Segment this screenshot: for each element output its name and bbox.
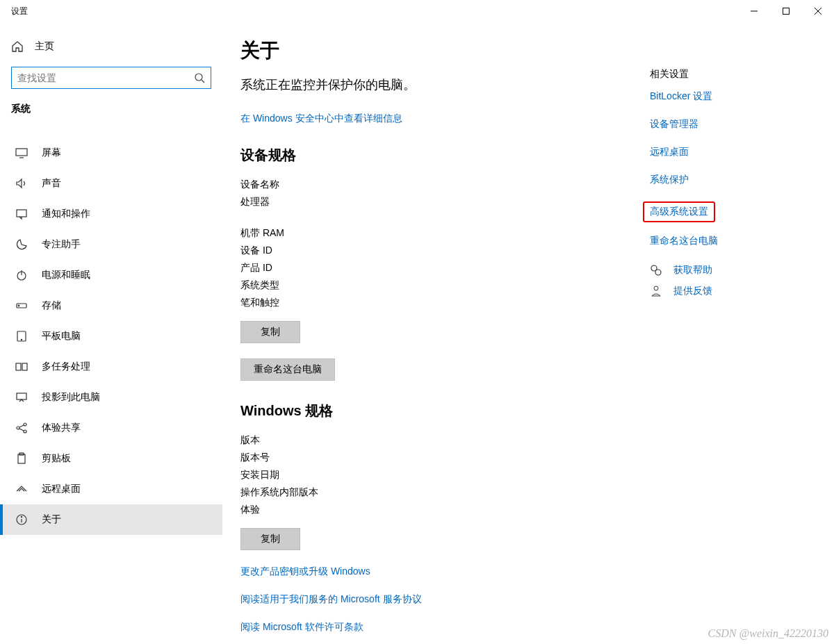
close-button[interactable] [802, 0, 834, 22]
svg-line-21 [19, 425, 24, 427]
service-agreement-link[interactable]: 阅读适用于我们服务的 Microsoft 服务协议 [240, 593, 806, 606]
nav-list: 屏幕 声音 通知和操作 专注助手 电源和睡眠 存储 [0, 138, 222, 535]
nav-label: 远程桌面 [42, 483, 81, 495]
maximize-button[interactable] [770, 0, 802, 22]
sidebar: 主页 系统 屏幕 声音 通知和操作 专注助手 [0, 22, 222, 644]
help-icon [650, 264, 662, 276]
nav-item-remote[interactable]: 远程桌面 [0, 474, 222, 504]
feedback-row[interactable]: 提供反馈 [650, 285, 803, 297]
nav-label: 体验共享 [42, 422, 81, 434]
nav-item-multitask[interactable]: 多任务处理 [0, 352, 222, 382]
about-icon [15, 513, 28, 526]
nav-item-storage[interactable]: 存储 [0, 290, 222, 321]
home-label: 主页 [35, 40, 54, 53]
svg-rect-6 [16, 149, 27, 156]
nav-label: 声音 [42, 177, 61, 190]
nav-label: 多任务处理 [42, 361, 90, 373]
window-controls [738, 0, 834, 22]
svg-line-22 [19, 429, 24, 431]
rename-pc-button[interactable]: 重命名这台电脑 [240, 358, 335, 381]
link-remote-desktop[interactable]: 远程桌面 [650, 146, 803, 158]
svg-rect-1 [783, 8, 790, 15]
nav-label: 专注助手 [42, 238, 81, 251]
nav-label: 屏幕 [42, 147, 61, 159]
spec-edition: 版本 [240, 431, 806, 449]
window-title: 设置 [11, 6, 28, 17]
nav-item-about[interactable]: 关于 [0, 504, 222, 535]
clipboard-icon [15, 452, 28, 465]
home-button[interactable]: 主页 [0, 35, 222, 58]
multitask-icon [15, 361, 28, 373]
remote-icon [15, 483, 28, 495]
svg-point-20 [24, 430, 26, 433]
tablet-icon [15, 330, 28, 342]
minimize-button[interactable] [738, 0, 770, 22]
storage-icon [15, 299, 28, 312]
share-icon [15, 422, 28, 434]
spec-version: 版本号 [240, 449, 806, 466]
get-help-row[interactable]: 获取帮助 [650, 264, 803, 276]
nav-item-sound[interactable]: 声音 [0, 168, 222, 199]
svg-point-4 [195, 74, 202, 81]
svg-rect-17 [17, 393, 26, 399]
change-product-key-link[interactable]: 更改产品密钥或升级 Windows [240, 565, 806, 578]
link-bitlocker[interactable]: BitLocker 设置 [650, 90, 803, 103]
category-header: 系统 [0, 89, 222, 122]
highlight-box: 高级系统设置 [643, 201, 715, 222]
nav-label: 关于 [42, 513, 61, 526]
project-icon [15, 391, 28, 404]
svg-rect-8 [17, 210, 26, 217]
nav-item-notifications[interactable]: 通知和操作 [0, 199, 222, 229]
svg-point-27 [21, 516, 22, 517]
spec-os-build: 操作系统内部版本 [240, 484, 806, 501]
notifications-icon [15, 208, 28, 220]
nav-item-tablet[interactable]: 平板电脑 [0, 321, 222, 352]
related-settings-header: 相关设置 [650, 68, 803, 81]
link-device-manager[interactable]: 设备管理器 [650, 118, 803, 131]
link-rename-pc[interactable]: 重命名这台电脑 [650, 235, 803, 247]
copy-device-spec-button[interactable]: 复制 [240, 321, 300, 343]
spec-experience: 体验 [240, 501, 806, 518]
svg-point-29 [655, 270, 661, 275]
svg-rect-16 [22, 363, 27, 370]
windows-spec-title: Windows 规格 [240, 402, 806, 420]
feedback-icon [650, 285, 662, 297]
search-icon [194, 72, 205, 83]
sound-icon [15, 177, 28, 190]
svg-point-19 [24, 423, 26, 426]
feedback-label: 提供反馈 [673, 285, 712, 297]
nav-item-clipboard[interactable]: 剪贴板 [0, 443, 222, 474]
get-help-label: 获取帮助 [673, 264, 712, 276]
home-icon [11, 40, 24, 53]
display-icon [15, 147, 28, 159]
search-box[interactable] [11, 67, 211, 89]
watermark: CSDN @weixin_42220130 [708, 627, 828, 640]
search-input[interactable] [17, 72, 194, 83]
related-settings-panel: 相关设置 BitLocker 设置 设备管理器 远程桌面 系统保护 高级系统设置… [650, 68, 803, 297]
nav-item-share[interactable]: 体验共享 [0, 413, 222, 443]
nav-item-project[interactable]: 投影到此电脑 [0, 382, 222, 413]
svg-point-14 [21, 339, 22, 340]
nav-label: 平板电脑 [42, 330, 81, 342]
link-system-protection[interactable]: 系统保护 [650, 174, 803, 186]
nav-label: 投影到此电脑 [42, 391, 100, 404]
svg-point-12 [18, 305, 19, 306]
nav-label: 电源和睡眠 [42, 269, 90, 281]
nav-item-display[interactable]: 屏幕 [0, 138, 222, 168]
svg-rect-15 [16, 363, 21, 370]
nav-label: 剪贴板 [42, 452, 71, 465]
spec-install-date: 安装日期 [240, 466, 806, 484]
link-advanced-system-settings[interactable]: 高级系统设置 [650, 206, 708, 217]
nav-item-power[interactable]: 电源和睡眠 [0, 260, 222, 290]
page-title: 关于 [240, 38, 806, 64]
svg-line-5 [202, 80, 204, 83]
copy-windows-spec-button[interactable]: 复制 [240, 528, 300, 550]
svg-point-30 [654, 286, 658, 290]
power-icon [15, 269, 28, 281]
title-bar: 设置 [0, 0, 834, 22]
nav-item-focus[interactable]: 专注助手 [0, 229, 222, 260]
svg-point-18 [17, 427, 19, 429]
nav-label: 通知和操作 [42, 208, 90, 220]
focus-icon [15, 238, 28, 251]
svg-rect-23 [18, 454, 25, 463]
